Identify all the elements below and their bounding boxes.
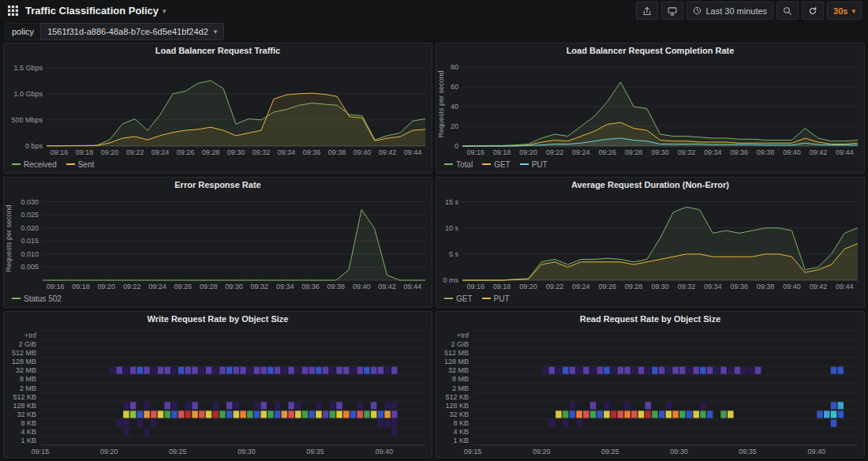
panel-title[interactable]: Read Request Rate by Object Size — [436, 312, 864, 326]
read-rate-heatmap-chart[interactable]: +Inf2 GiB512 MB128 MB32 MB8 MB2 MB512 KB… — [436, 326, 864, 457]
svg-text:0.015: 0.015 — [21, 237, 39, 245]
svg-text:09:26: 09:26 — [177, 148, 195, 156]
legend-color-mark — [12, 298, 21, 299]
template-variables-row: policy 1561f31d-a886-48a8-b7ce-6d5e41bf2… — [0, 21, 868, 41]
svg-text:09:34: 09:34 — [704, 148, 722, 156]
svg-text:09:15: 09:15 — [464, 448, 482, 455]
panel-title[interactable]: Write Request Rate by Object Size — [4, 312, 432, 326]
legend-item-received[interactable]: Received — [12, 160, 57, 169]
legend-item-put[interactable]: PUT — [520, 160, 548, 169]
svg-text:09:35: 09:35 — [306, 448, 324, 455]
zoom-out-time-button[interactable] — [776, 2, 799, 20]
svg-text:09:16: 09:16 — [466, 148, 485, 156]
svg-text:09:22: 09:22 — [123, 283, 141, 290]
legend-item-get[interactable]: GET — [444, 294, 473, 303]
panel-title[interactable]: Load Balancer Request Completion Rate — [436, 43, 864, 58]
svg-text:09:26: 09:26 — [598, 283, 616, 290]
svg-text:09:18: 09:18 — [493, 148, 511, 156]
legend-series-label: GET — [494, 160, 511, 169]
time-range-label: Last 30 minutes — [705, 6, 767, 16]
svg-text:09:18: 09:18 — [72, 283, 90, 290]
panel-title[interactable]: Load Balancer Request Traffic — [4, 43, 432, 58]
svg-text:Requests per second: Requests per second — [437, 70, 445, 137]
monitor-icon — [668, 6, 677, 16]
refresh-interval-value: 30s — [833, 6, 847, 16]
svg-text:09:36: 09:36 — [301, 283, 320, 290]
request-duration-line-chart[interactable]: 0 ms5 s10 s15 s09:1609:1809:2009:2209:24… — [436, 192, 864, 292]
svg-text:0 bps: 0 bps — [25, 142, 43, 150]
legend-series-label: PUT — [532, 160, 548, 169]
svg-text:512 KB: 512 KB — [445, 393, 469, 401]
svg-text:09:22: 09:22 — [546, 283, 564, 290]
legend-color-mark — [444, 298, 453, 299]
svg-text:09:16: 09:16 — [47, 283, 65, 290]
panel-title[interactable]: Error Response Rate — [4, 178, 432, 192]
svg-text:09:20: 09:20 — [519, 148, 537, 156]
write-rate-heatmap-chart[interactable]: +Inf2 GiB512 MB128 MB32 MB8 MB2 MB512 KB… — [4, 326, 432, 457]
refresh-interval-dropdown[interactable]: 30s ▾ — [827, 2, 862, 20]
panel-title[interactable]: Average Request Duration (Non-Error) — [436, 178, 864, 192]
time-range-picker-button[interactable]: Last 30 minutes — [687, 2, 773, 20]
grafana-logo-icon[interactable] — [6, 5, 19, 17]
svg-text:09:44: 09:44 — [836, 148, 854, 156]
svg-text:09:24: 09:24 — [572, 148, 590, 156]
legend-color-mark — [12, 163, 21, 165]
svg-text:09:28: 09:28 — [200, 283, 218, 290]
legend-item-sent[interactable]: Sent — [66, 160, 95, 169]
svg-text:10 s: 10 s — [445, 224, 459, 232]
tv-mode-button[interactable] — [661, 2, 683, 20]
svg-text:09:42: 09:42 — [379, 148, 397, 156]
svg-text:09:32: 09:32 — [678, 283, 696, 290]
svg-text:09:40: 09:40 — [807, 448, 825, 455]
svg-text:09:30: 09:30 — [651, 283, 669, 290]
legend-item-put[interactable]: PUT — [482, 294, 510, 303]
svg-text:8 MB: 8 MB — [20, 375, 36, 383]
svg-text:09:26: 09:26 — [598, 148, 616, 156]
svg-text:09:42: 09:42 — [810, 283, 828, 290]
legend-item-status-502[interactable]: Status 502 — [12, 294, 62, 303]
svg-text:09:20: 09:20 — [98, 283, 116, 290]
completion-rate-line-chart[interactable]: 02040608009:1609:1809:2009:2209:2409:260… — [436, 58, 864, 158]
refresh-button[interactable] — [802, 2, 824, 20]
svg-text:1.5 Gbps: 1.5 Gbps — [13, 64, 43, 72]
svg-text:09:28: 09:28 — [202, 148, 220, 156]
share-button[interactable] — [636, 2, 658, 20]
panel-grid: Load Balancer Request Traffic 0 bps500 M… — [0, 41, 868, 461]
svg-text:60: 60 — [451, 83, 458, 91]
magnifier-icon — [783, 6, 792, 16]
svg-text:09:25: 09:25 — [601, 448, 619, 455]
svg-text:09:28: 09:28 — [625, 148, 643, 156]
svg-text:2 MB: 2 MB — [452, 384, 469, 392]
svg-text:8 KB: 8 KB — [453, 419, 469, 427]
variable-value-dropdown[interactable]: 1561f31d-a886-48a8-b7ce-6d5e41bf24d2 ▾ — [40, 23, 224, 40]
error-rate-line-chart[interactable]: 0.0050.0100.0150.0200.0250.03009:1609:18… — [4, 192, 432, 292]
chart-legend: ReceivedSent — [4, 158, 432, 173]
svg-text:09:34: 09:34 — [704, 283, 722, 290]
svg-text:09:26: 09:26 — [174, 283, 193, 290]
panel-load-balancer-request-completion-rate: Load Balancer Request Completion Rate 02… — [436, 43, 865, 174]
svg-text:09:30: 09:30 — [670, 448, 688, 455]
traffic-line-chart[interactable]: 0 bps500 Mbps1.0 Gbps1.5 Gbps09:1609:180… — [4, 58, 432, 158]
svg-text:09:30: 09:30 — [238, 448, 256, 455]
chart-legend: Status 502 — [4, 292, 432, 307]
svg-text:20: 20 — [451, 122, 458, 130]
dashboard-title-dropdown[interactable]: Traffic Classification Policy ▾ — [25, 5, 166, 17]
svg-text:4 KB: 4 KB — [453, 428, 469, 436]
svg-text:09:28: 09:28 — [625, 283, 643, 290]
svg-text:128 KB: 128 KB — [13, 402, 36, 410]
svg-text:09:18: 09:18 — [76, 148, 94, 156]
svg-text:09:24: 09:24 — [572, 283, 590, 290]
panel-load-balancer-request-traffic: Load Balancer Request Traffic 0 bps500 M… — [3, 43, 432, 174]
svg-text:32 MB: 32 MB — [16, 366, 36, 374]
svg-text:09:16: 09:16 — [51, 148, 69, 156]
panel-average-request-duration: Average Request Duration (Non-Error) 0 m… — [436, 177, 865, 308]
svg-text:0: 0 — [455, 142, 458, 150]
svg-text:128 KB: 128 KB — [445, 402, 469, 410]
svg-text:0.005: 0.005 — [21, 263, 39, 271]
svg-text:09:25: 09:25 — [169, 448, 187, 455]
legend-item-get[interactable]: GET — [482, 160, 511, 169]
svg-text:09:42: 09:42 — [378, 283, 396, 290]
svg-text:09:34: 09:34 — [276, 283, 294, 290]
legend-item-total[interactable]: Total — [444, 160, 473, 169]
svg-text:09:40: 09:40 — [783, 283, 801, 290]
